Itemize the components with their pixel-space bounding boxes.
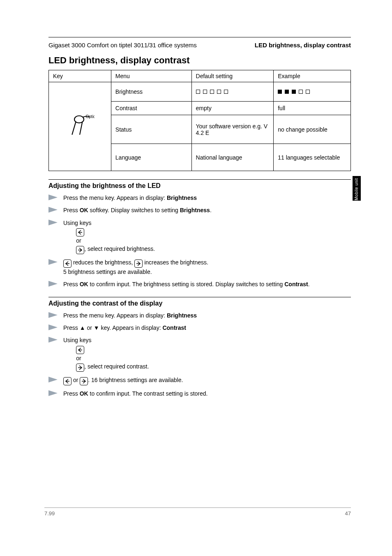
- arrow-left-icon: [63, 377, 71, 385]
- header-right: LED brightness, display contrast: [255, 42, 351, 49]
- triangle-bullet-icon: [48, 337, 61, 344]
- subsection-contrast: Adjusting the contrast of the display Pr…: [48, 297, 351, 398]
- settings-table: Key Menu Default setting Example: [48, 70, 351, 171]
- finger-press-icon: Options: [65, 111, 95, 142]
- svg-marker-10: [48, 377, 58, 382]
- svg-marker-6: [48, 281, 58, 287]
- th-key: Key: [49, 70, 111, 82]
- step-text: Press the menu key. Appears in display: …: [63, 311, 197, 320]
- svg-marker-2: [48, 195, 58, 200]
- bar-icon: [224, 90, 228, 94]
- triangle-bullet-icon: [48, 259, 61, 266]
- triangle-bullet-icon: [48, 324, 61, 332]
- footer-left: 7.99: [44, 510, 55, 517]
- cell-example: no change possible: [274, 115, 351, 144]
- bar-icon: [292, 90, 296, 94]
- subsection-rule: [48, 179, 351, 180]
- cell-key: Options Options: [49, 82, 111, 171]
- step: Press the menu key. Appears in display: …: [48, 194, 351, 202]
- svg-marker-5: [48, 259, 58, 265]
- triangle-bullet-icon: [48, 377, 61, 384]
- th-example: Example: [274, 70, 351, 82]
- footer-right: 47: [345, 510, 351, 517]
- step-text: Press OK to confirm input. The brightnes…: [63, 280, 310, 288]
- triangle-bullet-icon: [48, 207, 61, 214]
- bar-icon: [299, 90, 303, 94]
- svg-marker-7: [48, 312, 58, 318]
- step-text: or . 16 brightness settings are availabl…: [63, 376, 183, 385]
- side-tab-label: Mobile unit: [353, 178, 360, 201]
- cell-default: National language: [191, 144, 274, 171]
- arrow-left-icon: [76, 228, 84, 236]
- step-text: Press ▲ or ▼ key. Appears in display: Co…: [63, 324, 186, 332]
- subsection-rule: [48, 297, 351, 297]
- triangle-bullet-icon: [48, 281, 61, 288]
- step-text: Using keys or , select required contrast…: [63, 336, 149, 372]
- header-row: Gigaset 3000 Comfort on tiptel 3011/31 o…: [48, 42, 351, 49]
- arrow-right-icon: [80, 377, 88, 385]
- cell-default: empty: [191, 101, 274, 115]
- bar-icon: [203, 90, 207, 94]
- step: reduces the brightness, increases the br…: [48, 258, 351, 276]
- step-text: Press the menu key. Appears in display: …: [63, 194, 197, 202]
- bar-icon: [285, 90, 289, 94]
- arrow-left-icon: [63, 259, 71, 268]
- cell-menu: Language: [111, 144, 191, 171]
- page-title: LED brightness, display contrast: [48, 55, 351, 66]
- header-rule: [48, 37, 351, 37]
- cell-default: Your software version e.g. V 4.2 E: [191, 115, 274, 144]
- brightness-bars-default: [196, 90, 228, 94]
- arrow-left-icon: [76, 346, 84, 354]
- step: Press ▲ or ▼ key. Appears in display: Co…: [48, 324, 351, 332]
- svg-marker-11: [48, 390, 58, 396]
- triangle-bullet-icon: [48, 312, 61, 320]
- cell-example: [274, 82, 351, 102]
- svg-marker-9: [48, 337, 58, 343]
- table-row: Options Options Brightness: [49, 82, 351, 102]
- cell-menu: Brightness: [111, 82, 191, 102]
- svg-marker-3: [48, 207, 58, 213]
- triangle-bullet-icon: [48, 390, 61, 398]
- cell-menu: Status: [111, 115, 191, 144]
- footer: 7.99 47: [44, 507, 351, 517]
- bar-icon: [278, 90, 282, 94]
- arrow-right-icon: [134, 259, 143, 268]
- svg-text:Options: Options: [86, 114, 95, 119]
- step: or . 16 brightness settings are availabl…: [48, 376, 351, 385]
- step: Press OK softkey. Display switches to se…: [48, 206, 351, 214]
- cell-example: 11 languages selectable: [274, 144, 351, 171]
- triangle-bullet-icon: [48, 220, 61, 227]
- cell-default: [191, 82, 274, 102]
- arrow-right-icon: [76, 364, 84, 372]
- bar-icon: [196, 90, 200, 94]
- cell-example: full: [274, 101, 351, 115]
- step-text: Using keys or , select required brightne…: [63, 219, 155, 255]
- th-menu: Menu: [111, 70, 191, 82]
- svg-marker-4: [48, 220, 58, 225]
- step: Press OK to confirm input. The brightnes…: [48, 280, 351, 288]
- header-left: Gigaset 3000 Comfort on tiptel 3011/31 o…: [48, 42, 197, 49]
- brightness-bars-example: [278, 90, 310, 94]
- subsection-title: Adjusting the contrast of the display: [48, 300, 351, 307]
- step: Press OK to confirm input. The contrast …: [48, 389, 351, 398]
- triangle-bullet-icon: [48, 195, 61, 202]
- table-header-row: Key Menu Default setting Example: [49, 70, 351, 82]
- step: Using keys or , select required contrast…: [48, 336, 351, 372]
- step: Using keys or , select required brightne…: [48, 219, 351, 255]
- subsection-brightness: Adjusting the brightness of the LED Pres…: [48, 179, 351, 289]
- step-text: Press OK to confirm input. The contrast …: [63, 389, 208, 398]
- step-text: Press OK softkey. Display switches to se…: [63, 206, 212, 214]
- svg-marker-8: [48, 324, 58, 330]
- arrow-right-icon: [76, 246, 84, 254]
- bar-icon: [306, 90, 310, 94]
- cell-menu: Contrast: [111, 101, 191, 115]
- subsection-title: Adjusting the brightness of the LED: [48, 182, 351, 190]
- step: Press the menu key. Appears in display: …: [48, 311, 351, 320]
- th-default: Default setting: [191, 70, 274, 82]
- bar-icon: [217, 90, 221, 94]
- step-text: reduces the brightness, increases the br…: [63, 258, 208, 276]
- bar-icon: [210, 90, 214, 94]
